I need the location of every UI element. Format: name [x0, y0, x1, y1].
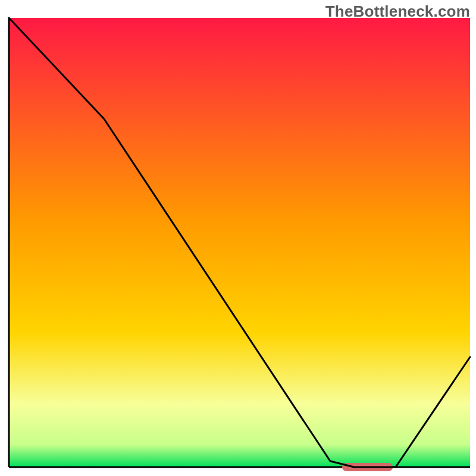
bottleneck-chart: [0, 0, 476, 476]
plot-background: [9, 18, 470, 467]
chart-container: TheBottleneck.com: [0, 0, 476, 476]
